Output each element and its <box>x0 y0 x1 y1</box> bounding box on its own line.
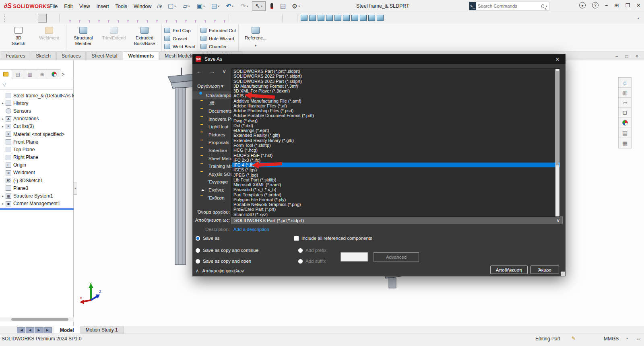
tree-item[interactable]: ▸ Top Plane <box>0 146 74 153</box>
format-option[interactable]: ProE/Creo Part (*.prt) <box>232 207 560 212</box>
menu-item[interactable]: File <box>46 2 61 11</box>
filter-datums-icon[interactable] <box>207 14 216 23</box>
format-option[interactable]: ScanTo3D (*.xyz) <box>232 212 560 217</box>
format-option[interactable]: JPEG (*.jpg) <box>232 173 560 177</box>
view-back-icon[interactable] <box>309 15 316 21</box>
tree-item[interactable]: ▸ ≋ Weldment <box>0 169 74 177</box>
view-left-icon[interactable] <box>318 15 324 21</box>
toolbar-icon[interactable] <box>229 14 229 22</box>
format-option[interactable]: eDrawings (*.eprt) <box>232 128 560 133</box>
tab-scroll-button[interactable]: |◀ <box>17 327 25 333</box>
toolbar-icon[interactable] <box>297 14 297 22</box>
view-trimetric-icon[interactable] <box>360 15 367 21</box>
expand-arrow-icon[interactable]: ▸ <box>0 202 6 206</box>
filter-surface-bodies-icon[interactable] <box>91 14 100 23</box>
ribbon-tab[interactable]: Sketch <box>31 51 56 60</box>
view-isometric-icon[interactable] <box>351 15 358 21</box>
ribbon-tab[interactable]: Weldments <box>123 51 159 60</box>
file-explorer-icon[interactable]: ▱ <box>619 98 631 108</box>
format-option[interactable]: Extended Reality (*.gltf) <box>232 133 560 138</box>
add-prefix-radio[interactable]: Add prefix <box>298 248 326 253</box>
print-icon[interactable] <box>208 1 222 11</box>
view-dimetric-icon[interactable] <box>368 15 375 21</box>
format-option[interactable]: Extended Reality Binary (*.glb) <box>232 138 560 143</box>
clear-filter-icon[interactable] <box>9 14 18 23</box>
tree-item[interactable]: ▸ 3D (-) 3DSketch1 <box>0 177 74 184</box>
advanced-button[interactable]: Advanced <box>374 252 419 262</box>
tree-filter-row[interactable]: ▽ <box>0 79 74 90</box>
toolbar-grip[interactable] <box>4 14 5 22</box>
macro-run-icon[interactable] <box>261 14 270 23</box>
folder-item[interactable]: Sheet Metal F <box>192 154 231 163</box>
add-suffix-radio[interactable]: Add suffix <box>298 259 326 264</box>
menu-item[interactable]: Edit <box>61 2 76 11</box>
filter-dimensions-icon[interactable] <box>169 14 178 23</box>
weld-bead-button[interactable]: Weld Bead <box>164 43 195 50</box>
radio-icon[interactable] <box>196 259 200 264</box>
format-option[interactable]: Parasolid (*.x_t;*.x_b) <box>232 187 560 192</box>
folder-item[interactable]: LightHeat <box>192 123 231 131</box>
filter-planes-icon[interactable] <box>120 14 129 23</box>
filter-sketch-segments-icon[interactable] <box>140 14 149 23</box>
format-option[interactable]: SOLIDWORKS 2022 Part (*.sldprt) <box>232 74 560 78</box>
expand-arrow-icon[interactable]: ▸ <box>0 101 6 105</box>
tag-icon[interactable]: ▱ <box>637 336 640 342</box>
save-copy-open-radio[interactable]: Save as copy and open <box>196 259 251 264</box>
filter-notes-icon[interactable] <box>188 14 197 23</box>
filter-midpoints-icon[interactable] <box>149 14 158 23</box>
format-option[interactable]: Microsoft XAML (*.xaml) <box>232 182 560 187</box>
dialog-resize-grip[interactable] <box>561 272 565 276</box>
folder-item[interactable]: Safedoor <box>192 146 231 154</box>
folder-item[interactable]: Αρχεία SOLID <box>192 170 231 178</box>
stop-icon[interactable] <box>242 14 250 23</box>
search-dropdown-icon[interactable]: ▾ <box>546 4 547 8</box>
panel-horizontal-scrollbar[interactable] <box>0 317 74 321</box>
pause-record-icon[interactable] <box>251 14 260 23</box>
format-option[interactable]: Adobe Portable Document Format (*.pdf) <box>232 113 560 118</box>
macro-edit-icon[interactable] <box>270 14 279 23</box>
tree-root-item[interactable]: ▸ Steel frame_& (Default<As M <box>0 92 74 99</box>
format-option[interactable]: Form Tool (*.sldftp) <box>232 143 560 148</box>
options-gear-icon[interactable] <box>289 1 303 11</box>
open-icon[interactable] <box>180 1 193 11</box>
filter-solid-bodies-icon[interactable] <box>101 14 110 23</box>
view-top-icon[interactable] <box>334 15 341 21</box>
prefix-suffix-input[interactable] <box>341 252 368 262</box>
tree-item[interactable]: ▸ ▣ Corner Management1 <box>0 200 74 208</box>
extruded-boss-base-button[interactable]: Extruded Boss/Base <box>130 25 159 47</box>
panel-tabs-overflow[interactable]: > <box>60 69 66 79</box>
folder-item[interactable]: Documents <box>192 107 231 115</box>
format-option[interactable]: SOLIDWORKS Part (*.prt;*.sldprt) <box>232 69 560 74</box>
select-arrow-icon[interactable] <box>252 1 266 11</box>
toolbar-icon[interactable] <box>282 14 283 22</box>
organize-menu[interactable]: Οργάνωση ▾ <box>197 83 223 89</box>
filter-funnel-icon[interactable]: ▽ <box>2 82 6 87</box>
forward-button[interactable]: → <box>209 68 215 74</box>
units-selector[interactable]: MMGS <box>604 336 619 342</box>
format-option[interactable]: 3D Manufacturing Format (*.3mf) <box>232 84 560 89</box>
menu-item[interactable]: View <box>76 2 93 11</box>
ribbon-tab[interactable]: Surfaces <box>56 51 86 60</box>
search-input[interactable] <box>476 4 541 8</box>
propertymanager-tab[interactable]: ▤ <box>12 69 24 79</box>
back-button[interactable]: ← <box>196 68 202 74</box>
folder-item[interactable]: Έγγραφα <box>192 178 231 186</box>
tab-scroll-button[interactable]: ▶ <box>35 327 43 333</box>
save-icon[interactable] <box>194 1 208 11</box>
menu-item[interactable]: Window <box>130 2 155 11</box>
format-option[interactable]: Part Templates (*.prtdot) <box>232 192 560 197</box>
tree-item[interactable]: ▸ Sensors <box>0 107 74 115</box>
toggle-filters-icon[interactable] <box>28 14 37 23</box>
filter-edges-icon[interactable] <box>72 14 81 23</box>
solidworks-forum-icon[interactable]: ▦ <box>619 138 631 148</box>
filter-vertices-icon[interactable] <box>62 14 71 23</box>
format-scrollbar-thumb[interactable] <box>556 71 559 165</box>
custom-properties-icon[interactable]: ▤ <box>619 128 631 138</box>
format-option[interactable]: HCG (*.hcg) <box>232 148 560 152</box>
folder-item[interactable]: Proposals <box>192 139 231 147</box>
format-option[interactable]: IGES (*.igs) <box>232 167 560 172</box>
format-option[interactable]: Lib Feat Part (*.sldlfp) <box>232 177 560 182</box>
measure-icon[interactable] <box>385 14 394 23</box>
format-option[interactable]: SOLIDWORKS 2023 Part (*.sldprt) <box>232 79 560 84</box>
tree-item[interactable]: ▸ Right Plane <box>0 154 74 161</box>
